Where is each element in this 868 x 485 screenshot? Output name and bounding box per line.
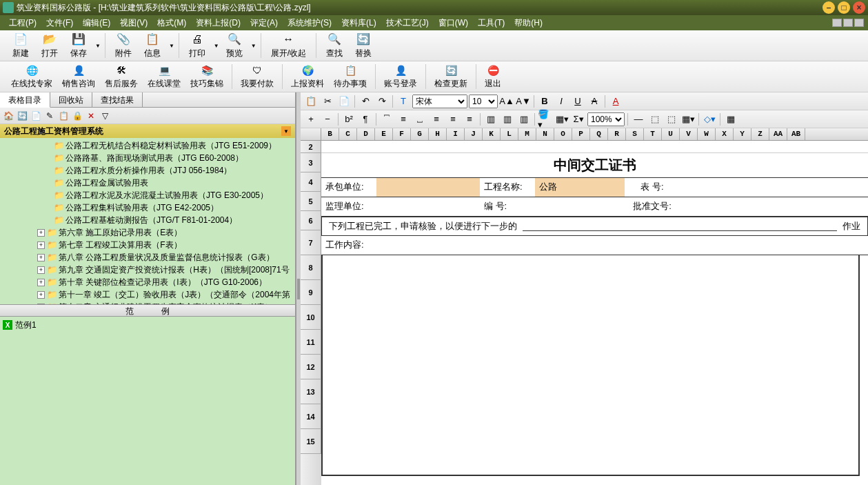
toolbar1-保存[interactable]: 💾保存 <box>65 31 92 61</box>
misc2-icon[interactable]: ⬚ <box>647 112 663 126</box>
col-header-M[interactable]: M <box>518 128 536 140</box>
tree-delete-icon[interactable]: ✕ <box>85 110 97 121</box>
row-header-7[interactable]: 7 <box>301 230 321 255</box>
sigma-icon[interactable]: Σ▾ <box>571 112 586 126</box>
col-header-O[interactable]: O <box>554 128 572 140</box>
paste-icon[interactable]: 📄 <box>336 95 352 108</box>
tree-refresh-icon[interactable]: 🔄 <box>17 110 28 121</box>
tree-node-8[interactable]: +📁第七章 工程竣工决算用表（F表） <box>0 239 295 251</box>
mdi-restore-icon[interactable] <box>843 19 853 27</box>
strike-icon[interactable]: A <box>587 95 602 108</box>
row-header-2[interactable]: 2 <box>301 141 321 153</box>
toolbar2-在线课堂[interactable]: 💻在线课堂 <box>143 63 185 91</box>
dropdown-arrow-icon[interactable]: ▼ <box>214 43 219 49</box>
plus-icon[interactable]: + <box>303 112 319 126</box>
row-header-12[interactable]: 12 <box>301 355 321 379</box>
col-header-G[interactable]: G <box>411 128 429 140</box>
tab-回收站[interactable]: 回收站 <box>50 92 92 107</box>
misc1-icon[interactable]: — <box>631 112 646 126</box>
tree-node-10[interactable]: +📁第九章 交通固定资产投资统计报表（H表）（国统制[2008]71号 <box>0 264 295 276</box>
dropdown-arrow-icon[interactable]: ▼ <box>251 43 256 49</box>
mdi-close-icon[interactable] <box>854 19 864 27</box>
toolbar2-售后服务[interactable]: 🛠售后服务 <box>101 63 142 91</box>
col-header-L[interactable]: L <box>501 128 518 140</box>
col-header-I[interactable]: I <box>447 128 465 140</box>
menu-0[interactable]: 工程(P) <box>4 16 41 30</box>
misc5-icon[interactable]: ▦ <box>723 112 738 126</box>
italic-icon[interactable]: I <box>554 95 569 108</box>
form-value[interactable]: 公路 <box>535 178 625 197</box>
content-box[interactable] <box>321 255 860 476</box>
menu-8[interactable]: 资料库(L) <box>336 16 381 30</box>
row-header-14[interactable]: 14 <box>301 404 321 429</box>
redo-icon[interactable]: ↷ <box>374 95 390 108</box>
toolbar2-上报资料[interactable]: 🌍上报资料 <box>287 63 328 91</box>
tree-edit-icon[interactable]: ✎ <box>44 110 55 121</box>
tree-node-6[interactable]: 📁公路工程基桩动测报告（JTG/T F81-01-2004） <box>0 214 295 226</box>
tree-node-9[interactable]: +📁第八章 公路工程质量状况及质量监督信息统计报表（G表） <box>0 251 295 264</box>
description-blank[interactable] <box>523 221 837 231</box>
font-t-icon[interactable]: T <box>396 95 411 108</box>
tree-node-3[interactable]: 📁公路工程金属试验用表 <box>0 177 295 189</box>
tree-home-icon[interactable]: 🏠 <box>3 110 14 121</box>
col-header-Y[interactable]: Y <box>734 128 751 140</box>
tree-filter-icon[interactable]: ▽ <box>99 110 110 121</box>
toolbar1-打印[interactable]: 🖨打印 <box>183 31 211 61</box>
border-icon[interactable]: ▦▾ <box>554 112 569 126</box>
tree-node-0[interactable]: 📁公路工程无机结合料稳定材料试验用表（JTG E51-2009） <box>0 139 295 152</box>
menu-7[interactable]: 系统维护(S) <box>283 16 336 30</box>
toolbar1-打开[interactable]: 📂打开 <box>36 31 63 61</box>
menu-6[interactable]: 评定(A) <box>245 16 283 30</box>
col-header-U[interactable]: U <box>662 128 680 140</box>
align-bottom-icon[interactable]: ⎵ <box>412 112 427 126</box>
close-button[interactable]: × <box>853 1 865 14</box>
minimize-button[interactable]: – <box>822 1 835 14</box>
undo-icon[interactable]: ↶ <box>358 95 373 108</box>
toolbar1-预览[interactable]: 🔍预览 <box>221 31 248 61</box>
toolbar2-技巧集锦[interactable]: 📚技巧集锦 <box>186 63 228 91</box>
tree-new-icon[interactable]: 📄 <box>30 110 41 121</box>
cut-icon[interactable]: ✂ <box>320 95 335 108</box>
col-header-R[interactable]: R <box>608 128 626 140</box>
align-top-icon[interactable]: ⎴ <box>379 112 394 126</box>
toolbar1-替换[interactable]: 🔄替换 <box>350 31 377 61</box>
col-header-X[interactable]: X <box>716 128 734 140</box>
example-item[interactable]: X 范例1 <box>3 319 292 331</box>
select-all-corner[interactable] <box>301 128 321 140</box>
tab-查找结果[interactable]: 查找结果 <box>92 92 143 107</box>
align-left-icon[interactable]: ≡ <box>429 112 444 126</box>
col-header-Q[interactable]: Q <box>590 128 608 140</box>
toolbar1-附件[interactable]: 📎附件 <box>110 31 137 61</box>
row-header-8[interactable]: 8 <box>301 255 321 280</box>
toolbar2-退出[interactable]: ⛔退出 <box>481 63 505 91</box>
row-header-4[interactable]: 4 <box>301 172 321 192</box>
col-header-T[interactable]: T <box>644 128 662 140</box>
font-color-icon[interactable]: A <box>608 95 623 108</box>
toolbar2-待办事项[interactable]: 📋待办事项 <box>330 63 371 91</box>
form-value[interactable] <box>535 197 625 216</box>
row-header-3[interactable]: 3 <box>301 153 321 172</box>
tree-node-7[interactable]: +📁第六章 施工原始记录用表（E表） <box>0 226 295 239</box>
col-header-K[interactable]: K <box>483 128 501 140</box>
align-center-icon[interactable]: ≡ <box>445 112 461 126</box>
col-header-P[interactable]: P <box>572 128 590 140</box>
zoom-select[interactable]: 100% <box>587 112 625 126</box>
tree-copy-icon[interactable]: 📋 <box>58 110 69 121</box>
menu-2[interactable]: 编辑(E) <box>78 16 115 30</box>
row-header-10[interactable]: 10 <box>301 305 321 330</box>
col-header-S[interactable]: S <box>626 128 644 140</box>
tree-node-1[interactable]: 📁公路路基、路面现场测试用表（JTG E60-2008） <box>0 152 295 164</box>
tree-node-12[interactable]: +📁第十一章 竣工（交工）验收用表（J表）（交通部令（2004年第 <box>0 288 295 301</box>
toolbar1-新建[interactable]: 📄新建 <box>7 31 34 61</box>
barcode3-icon[interactable]: ▥ <box>516 112 532 126</box>
sup-icon[interactable]: b² <box>341 112 356 126</box>
minus-icon[interactable]: − <box>320 112 335 126</box>
col-header-N[interactable]: N <box>536 128 554 140</box>
bold-icon[interactable]: B <box>537 95 552 108</box>
col-header-C[interactable]: C <box>339 128 357 140</box>
toolbar2-检查更新[interactable]: 🔄检查更新 <box>430 63 472 91</box>
shape-icon[interactable]: ◇▾ <box>702 112 717 126</box>
maximize-button[interactable]: □ <box>838 1 850 14</box>
mdi-minimize-icon[interactable] <box>832 19 842 27</box>
col-header-E[interactable]: E <box>375 128 393 140</box>
